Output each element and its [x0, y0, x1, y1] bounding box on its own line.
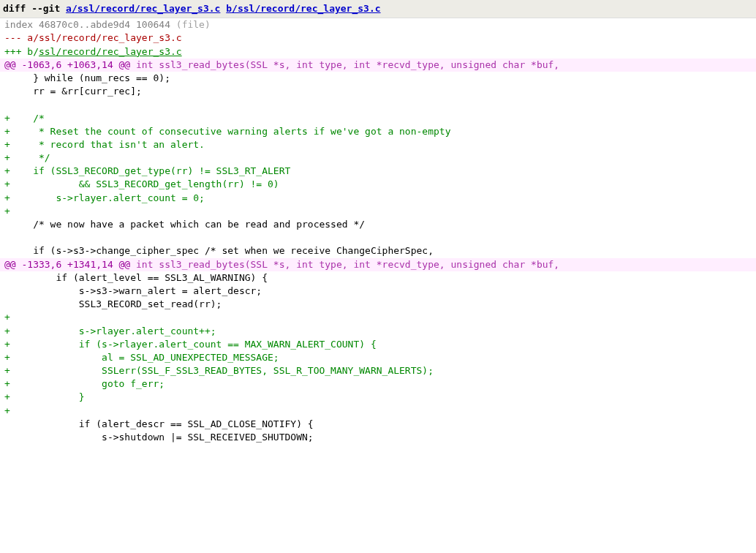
- diff-header: diff --git a/ssl/record/rec_layer_s3.c b…: [0, 0, 756, 18]
- diff-line-added: +: [0, 205, 756, 218]
- index-hashes: 46870c0..abde9d4 100644: [39, 19, 170, 30]
- diff-line: /* we now have a packet which can be rea…: [0, 218, 756, 231]
- diff-line-added: + /*: [0, 112, 756, 125]
- diff-line: SSL3_RECORD_set_read(rr);: [0, 298, 756, 311]
- diff-line: [0, 231, 756, 244]
- hunk-header: @@ -1333,6 +1341,14 @@ int ssl3_read_byt…: [0, 258, 756, 271]
- diff-line: s->s3->warn_alert = alert_descr;: [0, 285, 756, 298]
- diff-line-added: +: [0, 405, 756, 418]
- diff-line: [0, 98, 756, 111]
- diff-line-added: + */: [0, 151, 756, 165]
- diff-line-added: + s->rlayer.alert_count = 0;: [0, 192, 756, 205]
- index-filemode: (file): [170, 19, 211, 30]
- diff-line: rr = &rr[curr_rec];: [0, 85, 756, 98]
- diff-minus-file: --- a/ssl/record/rec_layer_s3.c: [0, 31, 756, 45]
- diff-plus-file: +++ b/ssl/record/rec_layer_s3.c: [0, 45, 756, 59]
- plus-file-link[interactable]: ssl/record/rec_layer_s3.c: [39, 46, 182, 57]
- diff-line: if (alert_descr == SSL_AD_CLOSE_NOTIFY) …: [0, 418, 756, 431]
- diff-file-a-link[interactable]: a/ssl/record/rec_layer_s3.c: [66, 3, 220, 14]
- diff-line: s->shutdown |= SSL_RECEIVED_SHUTDOWN;: [0, 431, 756, 444]
- hunk-range: @@ -1063,6 +1063,14 @@: [4, 59, 130, 70]
- diff-line-added: +: [0, 311, 756, 324]
- diff-file-b-link[interactable]: b/ssl/record/rec_layer_s3.c: [226, 3, 380, 14]
- diff-line-added: + SSLerr(SSL_F_SSL3_READ_BYTES, SSL_R_TO…: [0, 364, 756, 377]
- hunk-context: int ssl3_read_bytes(SSL *s, int type, in…: [130, 259, 559, 270]
- diff-line-added: + && SSL3_RECORD_get_length(rr) != 0): [0, 178, 756, 191]
- index-prefix: index: [4, 19, 39, 30]
- diff-prefix: diff --git: [3, 3, 66, 14]
- diff-line-added: + }: [0, 391, 756, 404]
- diff-line-added: + goto f_err;: [0, 377, 756, 391]
- hunk-range: @@ -1333,6 +1341,14 @@: [4, 259, 130, 270]
- diff-line-added: + s->rlayer.alert_count++;: [0, 325, 756, 338]
- diff-line: if (alert_level == SSL3_AL_WARNING) {: [0, 271, 756, 285]
- diff-line: } while (num_recs == 0);: [0, 72, 756, 85]
- diff-line-added: + * record that isn't an alert.: [0, 138, 756, 151]
- plus-prefix: +++ b/: [4, 46, 39, 57]
- hunk-context: int ssl3_read_bytes(SSL *s, int type, in…: [130, 59, 559, 70]
- diff-line-added: + * Reset the count of consecutive warni…: [0, 125, 756, 138]
- diff-line-added: + if (s->rlayer.alert_count == MAX_WARN_…: [0, 338, 756, 351]
- diff-index-line: index 46870c0..abde9d4 100644 (file): [0, 18, 756, 31]
- diff-line: if (s->s3->change_cipher_spec /* set whe…: [0, 244, 756, 257]
- diff-line-added: + if (SSL3_RECORD_get_type(rr) != SSL3_R…: [0, 165, 756, 178]
- hunk-header: @@ -1063,6 +1063,14 @@ int ssl3_read_byt…: [0, 59, 756, 72]
- diff-line-added: + al = SSL_AD_UNEXPECTED_MESSAGE;: [0, 351, 756, 364]
